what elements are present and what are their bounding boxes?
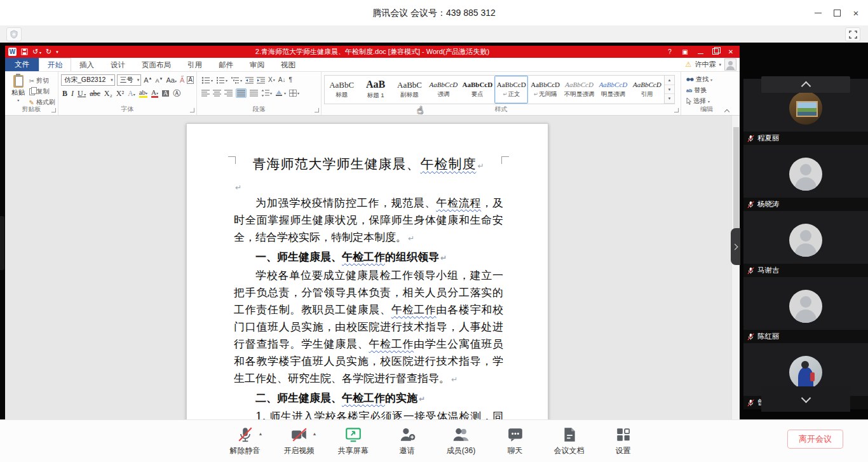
subscript-button[interactable]: X₂ [104, 90, 112, 97]
cut-button[interactable]: ✂剪切 [29, 76, 55, 85]
close-button[interactable]: × [846, 3, 865, 22]
tab-file[interactable]: 文件 [5, 58, 39, 71]
word-restore-button[interactable] [708, 48, 723, 56]
align-right-button[interactable] [224, 90, 233, 97]
share-screen-button[interactable]: 共享屏幕 [338, 426, 369, 456]
style-emphasis[interactable]: AaBbCcD强调 [426, 76, 460, 104]
minimize-button[interactable] [808, 3, 827, 22]
chat-button[interactable]: 聊天 [500, 426, 531, 456]
tab-home[interactable]: 开始 [39, 58, 71, 71]
redo-icon[interactable]: ↻ [46, 48, 51, 55]
highlight-button[interactable]: ab▾ [139, 89, 147, 98]
mic-options-caret[interactable]: ▲ [259, 431, 263, 436]
undo-icon[interactable]: ↺ ▾ [32, 48, 41, 55]
word-help-button[interactable]: ? [662, 48, 677, 55]
paste-button[interactable]: 粘贴 ▾ [8, 74, 29, 105]
ribbon-display-button[interactable]: ▣ [677, 48, 693, 55]
fullscreen-button[interactable] [845, 27, 860, 41]
bold-button[interactable]: B [62, 90, 67, 97]
paragraph-dialog-launcher[interactable] [315, 108, 319, 112]
style-normal[interactable]: AaBbCcD↵正文 [494, 76, 528, 104]
line-spacing-button[interactable]: ▾ [261, 90, 272, 97]
participant-tile[interactable]: 杨晓涛 [743, 145, 868, 211]
copy-button[interactable]: 复制 [29, 87, 55, 96]
members-button[interactable]: 成员(36) [446, 426, 477, 456]
meeting-docs-button[interactable]: 会议文档 [554, 426, 585, 456]
style-quote[interactable]: AaBbCcD引用 [630, 76, 664, 104]
font-name-combo[interactable]: 仿宋_GB2312▾ [61, 74, 115, 86]
styles-more-button[interactable]: ▼ [665, 94, 674, 104]
find-button[interactable]: 查找▾ [686, 75, 729, 84]
enclose-characters-button[interactable]: Ⓐ [173, 90, 180, 97]
scroll-participants-down[interactable] [761, 386, 850, 412]
maximize-button[interactable] [827, 3, 846, 22]
style-subtle-emphasis[interactable]: AaBbCcD不明显强调 [562, 76, 596, 104]
style-intense-emphasis[interactable]: AaBbCcD明显强调 [596, 76, 630, 104]
shading-button[interactable]: ▾ [275, 90, 286, 97]
settings-button[interactable]: 设置 [608, 426, 639, 456]
strikethrough-button[interactable]: abc [90, 90, 100, 97]
italic-button[interactable]: I [71, 90, 74, 97]
leave-meeting-button[interactable]: 离开会议 [787, 430, 843, 449]
participant-tile[interactable]: 陈红丽 [743, 277, 868, 343]
clipboard-dialog-launcher[interactable] [51, 108, 56, 112]
sidebar-collapse-handle[interactable] [731, 228, 740, 265]
styles-scroll-down[interactable]: ▼ [665, 85, 674, 95]
select-button[interactable]: 选择▾ [686, 97, 729, 105]
document-scrollbar[interactable] [731, 116, 740, 420]
account-avatar[interactable] [724, 58, 736, 71]
align-left-button[interactable] [201, 90, 210, 97]
account-area[interactable]: ⚠ 许中霖 ▾ [686, 58, 736, 71]
word-logo-icon[interactable]: W [8, 48, 17, 56]
superscript-button[interactable]: X² [116, 90, 124, 97]
tab-mailings[interactable]: 邮件 [210, 58, 241, 71]
character-shading-button[interactable]: A [162, 90, 169, 97]
bullet-list-button[interactable]: ▾ [201, 77, 213, 84]
change-case-button[interactable]: Aa▾ [166, 77, 177, 84]
align-center-button[interactable] [213, 90, 221, 97]
shrink-font-button[interactable]: A▼ [155, 77, 164, 84]
scroll-participants-up[interactable] [761, 76, 850, 93]
style-subtitle[interactable]: AaBbC副标题 [393, 76, 426, 104]
style-heading[interactable]: AaBbC标题 [325, 76, 358, 104]
tab-review[interactable]: 审阅 [241, 58, 273, 71]
document-content[interactable]: 青海师范大学师生健康晨、午检制度↵↵为加强学校疫情防控工作，规范晨、午检流程，及… [234, 153, 503, 420]
tab-layout[interactable]: 页面布局 [133, 58, 179, 71]
tab-view[interactable]: 视图 [273, 58, 304, 71]
text-effects-button[interactable]: A▾ [128, 90, 135, 97]
tab-references[interactable]: 引用 [179, 58, 210, 71]
start-video-button[interactable]: ▲ 开启视频 [284, 426, 315, 456]
styles-scroll-up[interactable]: ▲ [665, 76, 674, 85]
asian-layout-button[interactable]: X▾ [268, 77, 275, 83]
tab-design[interactable]: 设计 [102, 58, 133, 71]
font-size-combo[interactable]: 三号▾ [117, 74, 141, 86]
video-options-caret[interactable]: ▲ [313, 431, 317, 436]
protection-button[interactable] [6, 27, 22, 41]
numbered-list-button[interactable]: ▾ [216, 77, 227, 84]
grow-font-button[interactable]: A▲ [143, 76, 153, 84]
save-icon[interactable] [21, 48, 28, 55]
font-dialog-launcher[interactable] [190, 108, 194, 112]
multilevel-list-button[interactable]: ▾ [231, 77, 242, 84]
word-minimize-button[interactable] [693, 48, 708, 55]
phonetic-guide-button[interactable]: A̋ [179, 77, 185, 84]
distribute-button[interactable] [250, 90, 258, 97]
replace-button[interactable]: ab 替换 [686, 86, 729, 95]
decrease-indent-button[interactable] [245, 77, 254, 84]
tab-insert[interactable]: 插入 [71, 58, 102, 71]
sort-button[interactable]: A↓ [278, 77, 286, 83]
participant-tile[interactable]: 马谢吉 [743, 211, 868, 277]
borders-button[interactable]: ▾ [289, 90, 299, 97]
left-edge-tab[interactable] [0, 216, 4, 270]
underline-button[interactable]: U ▾ [78, 90, 86, 97]
font-color-button[interactable]: A▾ [151, 89, 158, 98]
word-close-button[interactable]: ✕ [723, 48, 738, 55]
character-border-button[interactable]: A [187, 76, 194, 84]
show-marks-button[interactable]: ¶ [288, 77, 292, 83]
justify-button[interactable] [236, 88, 247, 98]
collapse-ribbon-button[interactable] [724, 109, 729, 113]
invite-button[interactable]: 邀请 [392, 426, 423, 456]
style-strong[interactable]: AaBbCcD要点 [461, 76, 494, 104]
qat-customize-icon[interactable]: ▾ [56, 50, 58, 54]
style-no-spacing[interactable]: AaBbCcD↵无间隔 [528, 76, 562, 104]
